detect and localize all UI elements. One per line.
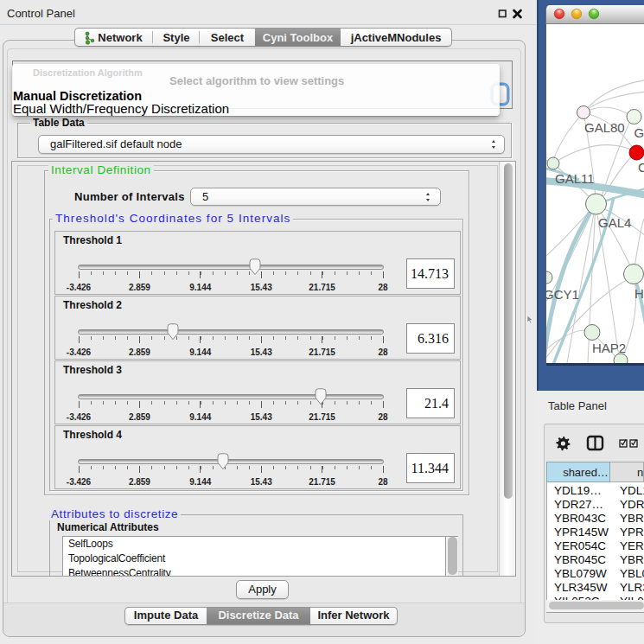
svg-text:GCY1: GCY1 [546, 287, 579, 302]
svg-text:H: H [634, 286, 644, 301]
svg-text:C: C [638, 160, 644, 175]
svg-text:G: G [634, 125, 644, 140]
svg-text:GAL11: GAL11 [555, 171, 595, 186]
svg-text:GAL80: GAL80 [584, 120, 625, 135]
svg-text:HAP2: HAP2 [592, 341, 626, 355]
svg-text:GAL4: GAL4 [598, 215, 631, 230]
